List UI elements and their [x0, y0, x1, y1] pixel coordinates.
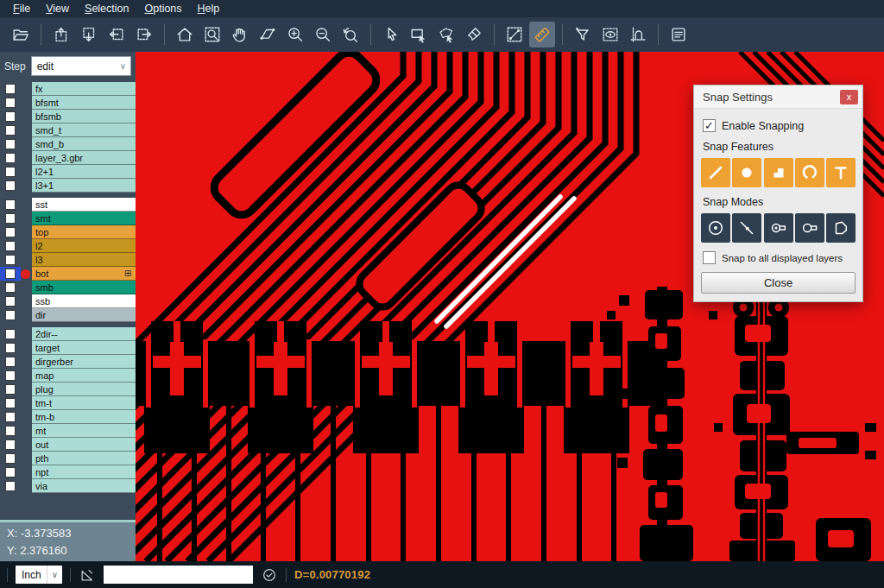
snap-slot-outline-button[interactable]	[795, 213, 824, 243]
snap-slot-center-button[interactable]	[764, 213, 793, 243]
layer-row[interactable]: bfsmt	[0, 96, 136, 110]
layer-visibility-checkbox[interactable]	[5, 282, 16, 293]
layer-row[interactable]: layer_3.gbr	[0, 151, 136, 165]
layer-row[interactable]: out	[0, 438, 136, 452]
snap-text-button[interactable]	[826, 158, 856, 187]
layer-row[interactable]: bot⊞	[0, 267, 136, 281]
pan-hand-button[interactable]	[227, 22, 253, 47]
separator[interactable]	[658, 24, 659, 45]
pan-up-button[interactable]	[48, 22, 74, 47]
zoom-out-button[interactable]	[310, 22, 336, 47]
layer-visibility-checkbox[interactable]	[5, 329, 16, 339]
layer-row[interactable]: l3+1	[0, 179, 136, 193]
layer-visibility-checkbox[interactable]	[5, 125, 16, 136]
zoom-window-button[interactable]	[199, 22, 225, 47]
menu-item[interactable]: View	[38, 1, 77, 16]
filter-button[interactable]	[570, 22, 596, 47]
layer-visibility-checkbox[interactable]	[5, 199, 16, 210]
close-button[interactable]: Close	[701, 272, 856, 294]
layer-visibility-checkbox[interactable]	[5, 296, 16, 307]
layer-row[interactable]: target	[0, 341, 136, 355]
snap-line-button[interactable]	[701, 158, 730, 187]
snap-center-button[interactable]	[701, 213, 730, 243]
layer-row[interactable]: fx	[0, 82, 136, 96]
separator[interactable]	[164, 24, 165, 45]
separator[interactable]	[370, 24, 371, 45]
separator[interactable]	[41, 24, 41, 45]
highlight-net-button[interactable]	[625, 22, 651, 47]
layer-visibility-checkbox[interactable]	[5, 370, 16, 381]
layer-visibility-checkbox[interactable]	[5, 167, 16, 177]
layer-visibility-checkbox[interactable]	[5, 426, 16, 436]
layer-visibility-checkbox[interactable]	[5, 467, 16, 477]
layer-row[interactable]: map	[0, 369, 136, 383]
layer-row[interactable]: tm-t	[0, 396, 136, 410]
report-button[interactable]	[666, 22, 691, 47]
snap-arc-button[interactable]	[795, 158, 824, 187]
snap-surface-button[interactable]	[764, 158, 793, 187]
layer-row[interactable]: l2+1	[0, 165, 136, 179]
enable-snapping-checkbox[interactable]: ✓	[703, 119, 716, 132]
layer-visibility-checkbox[interactable]	[5, 180, 16, 191]
layer-row[interactable]: ssb	[0, 294, 136, 308]
layer-row[interactable]: smd_b	[0, 137, 136, 151]
menu-item[interactable]: File	[5, 1, 38, 16]
zoom-object-button[interactable]	[255, 22, 281, 47]
layer-row[interactable]: pth	[0, 452, 136, 465]
enable-snapping-row[interactable]: ✓ Enable Snapping	[703, 119, 856, 132]
layer-visibility-checkbox[interactable]	[5, 111, 16, 122]
layer-visibility-checkbox[interactable]	[5, 227, 16, 237]
apply-check-icon[interactable]	[261, 566, 278, 584]
measure-ruler-button[interactable]	[529, 22, 555, 47]
view-options-button[interactable]	[597, 22, 623, 47]
layer-visibility-checkbox[interactable]	[5, 439, 16, 450]
layer-row[interactable]: plug	[0, 383, 136, 396]
layer-visibility-checkbox[interactable]	[5, 241, 16, 251]
layer-row[interactable]: 2dir--	[0, 327, 136, 341]
layer-row[interactable]: smb	[0, 281, 136, 294]
snap-nearest-point-button[interactable]	[732, 213, 761, 243]
layer-row[interactable]: npt	[0, 465, 136, 479]
layer-visibility-checkbox[interactable]	[5, 384, 16, 395]
layer-row[interactable]: dirgerber	[0, 355, 136, 369]
close-icon[interactable]: x	[840, 90, 858, 104]
layer-row[interactable]: smt	[0, 212, 136, 225]
clear-highlight-button[interactable]	[461, 22, 487, 47]
menu-item[interactable]: Selection	[77, 1, 136, 16]
angle-icon[interactable]	[79, 566, 96, 584]
layer-visibility-checkbox[interactable]	[5, 98, 16, 108]
layer-row[interactable]: sst	[0, 198, 136, 212]
open-file-button[interactable]	[8, 22, 34, 47]
step-combobox[interactable]: edit ∨	[31, 56, 131, 76]
layer-row[interactable]: mt	[0, 424, 136, 438]
chevron-down-icon[interactable]: ∨	[47, 566, 62, 584]
all-layers-checkbox[interactable]	[703, 251, 716, 264]
separator[interactable]	[494, 24, 495, 45]
layer-visibility-checkbox[interactable]	[5, 343, 16, 353]
snap-vertex-button[interactable]	[826, 213, 856, 243]
command-input[interactable]	[104, 566, 253, 584]
zoom-in-button[interactable]	[282, 22, 308, 47]
layer-visibility-checkbox[interactable]	[5, 139, 16, 149]
layer-visibility-checkbox[interactable]	[5, 481, 16, 491]
poly-select-button[interactable]	[433, 22, 459, 47]
pan-left-button[interactable]	[104, 22, 129, 47]
layer-visibility-checkbox[interactable]	[5, 398, 16, 408]
layer-visibility-checkbox[interactable]	[5, 84, 16, 94]
dialog-title-bar[interactable]: Snap Settings x	[694, 85, 862, 109]
layer-row[interactable]: bfsmb	[0, 110, 136, 123]
layer-visibility-checkbox[interactable]	[5, 412, 16, 422]
pan-right-button[interactable]	[131, 22, 157, 47]
select-arrow-button[interactable]	[378, 22, 404, 47]
rect-select-button[interactable]	[406, 22, 432, 47]
menu-item[interactable]: Options	[136, 1, 189, 16]
measure-point-button[interactable]	[502, 22, 527, 47]
layer-row[interactable]: top	[0, 225, 136, 239]
units-select[interactable]: Inch ∨	[16, 566, 62, 584]
separator[interactable]	[562, 24, 563, 45]
layer-visibility-checkbox[interactable]	[5, 213, 16, 224]
layer-row[interactable]: l3	[0, 253, 136, 267]
zoom-home-button[interactable]	[172, 22, 198, 47]
layer-visibility-checkbox[interactable]	[5, 153, 16, 163]
pan-down-button[interactable]	[76, 22, 102, 47]
